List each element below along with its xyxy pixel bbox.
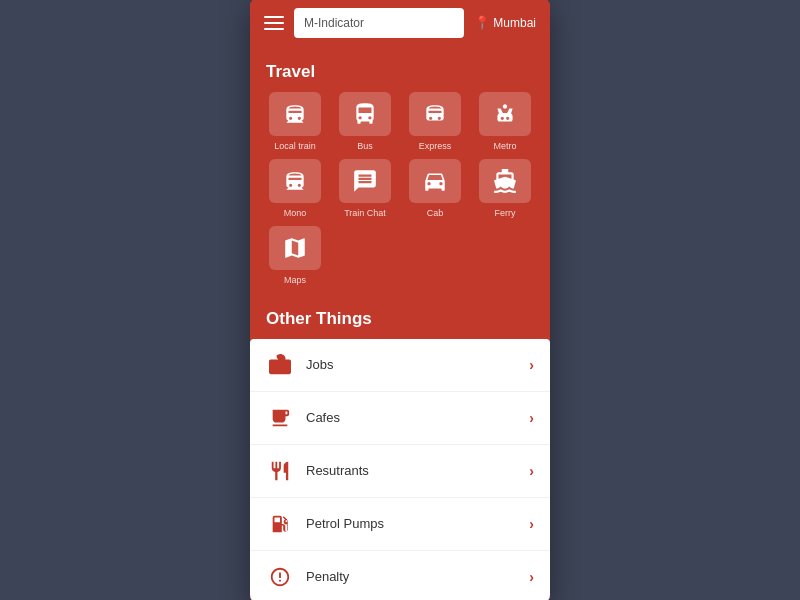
header: M-Indicator 📍 Mumbai xyxy=(250,0,550,48)
cab-label: Cab xyxy=(427,208,444,218)
location-text: Mumbai xyxy=(493,16,536,30)
list-item-jobs[interactable]: Jobs › xyxy=(250,339,550,392)
local-train-label: Local train xyxy=(274,141,316,151)
other-things-title: Other Things xyxy=(250,295,550,339)
travel-item-local-train[interactable]: Local train xyxy=(264,92,326,151)
mono-icon xyxy=(282,168,308,194)
cab-icon-box xyxy=(409,159,461,203)
ferry-label: Ferry xyxy=(495,208,516,218)
travel-item-metro[interactable]: Metro xyxy=(474,92,536,151)
list-item-restaurants[interactable]: Resutrants › xyxy=(250,445,550,498)
local-train-icon-box xyxy=(269,92,321,136)
travel-item-ferry[interactable]: Ferry xyxy=(474,159,536,218)
cafes-icon xyxy=(266,404,294,432)
list-item-petrol-pumps[interactable]: Petrol Pumps › xyxy=(250,498,550,551)
bus-label: Bus xyxy=(357,141,373,151)
petrol-icon xyxy=(266,510,294,538)
travel-item-bus[interactable]: Bus xyxy=(334,92,396,151)
app-name-label: M-Indicator xyxy=(304,16,364,30)
restaurants-chevron: › xyxy=(529,463,534,479)
petrol-chevron: › xyxy=(529,516,534,532)
cafes-label: Cafes xyxy=(306,410,529,425)
travel-item-train-chat[interactable]: Train Chat xyxy=(334,159,396,218)
penalty-icon xyxy=(266,563,294,591)
restaurants-icon xyxy=(266,457,294,485)
travel-grid: Local train Bus Express xyxy=(250,92,550,295)
jobs-chevron: › xyxy=(529,357,534,373)
bus-icon-box xyxy=(339,92,391,136)
mono-label: Mono xyxy=(284,208,307,218)
maps-icon xyxy=(282,235,308,261)
travel-item-mono[interactable]: Mono xyxy=(264,159,326,218)
travel-item-express[interactable]: Express xyxy=(404,92,466,151)
travel-item-maps[interactable]: Maps xyxy=(264,226,326,285)
penalty-chevron: › xyxy=(529,569,534,585)
train-chat-icon-box xyxy=(339,159,391,203)
metro-label: Metro xyxy=(493,141,516,151)
jobs-label: Jobs xyxy=(306,357,529,372)
hamburger-icon[interactable] xyxy=(264,16,284,30)
metro-icon xyxy=(492,101,518,127)
list-item-cafes[interactable]: Cafes › xyxy=(250,392,550,445)
ferry-icon-box xyxy=(479,159,531,203)
metro-icon-box xyxy=(479,92,531,136)
local-train-icon xyxy=(282,101,308,127)
penalty-label: Penalty xyxy=(306,569,529,584)
restaurants-label: Resutrants xyxy=(306,463,529,478)
travel-section-title: Travel xyxy=(250,48,550,92)
travel-icon-grid: Local train Bus Express xyxy=(264,92,536,285)
list-item-penalty[interactable]: Penalty › xyxy=(250,551,550,601)
express-label: Express xyxy=(419,141,452,151)
petrol-label: Petrol Pumps xyxy=(306,516,529,531)
search-bar[interactable]: M-Indicator xyxy=(294,8,464,38)
travel-item-cab[interactable]: Cab xyxy=(404,159,466,218)
ferry-icon xyxy=(492,168,518,194)
express-icon xyxy=(422,101,448,127)
mono-icon-box xyxy=(269,159,321,203)
maps-icon-box xyxy=(269,226,321,270)
jobs-icon xyxy=(266,351,294,379)
train-chat-label: Train Chat xyxy=(344,208,386,218)
other-things-list: Jobs › Cafes › Resutrants › xyxy=(250,339,550,601)
train-chat-icon xyxy=(352,168,378,194)
cafes-chevron: › xyxy=(529,410,534,426)
location-label: 📍 Mumbai xyxy=(474,15,536,30)
maps-label: Maps xyxy=(284,275,306,285)
bus-icon xyxy=(352,101,378,127)
phone-container: M-Indicator 📍 Mumbai Travel Local train xyxy=(250,0,550,600)
cab-icon xyxy=(422,168,448,194)
pin-icon: 📍 xyxy=(474,15,490,30)
express-icon-box xyxy=(409,92,461,136)
